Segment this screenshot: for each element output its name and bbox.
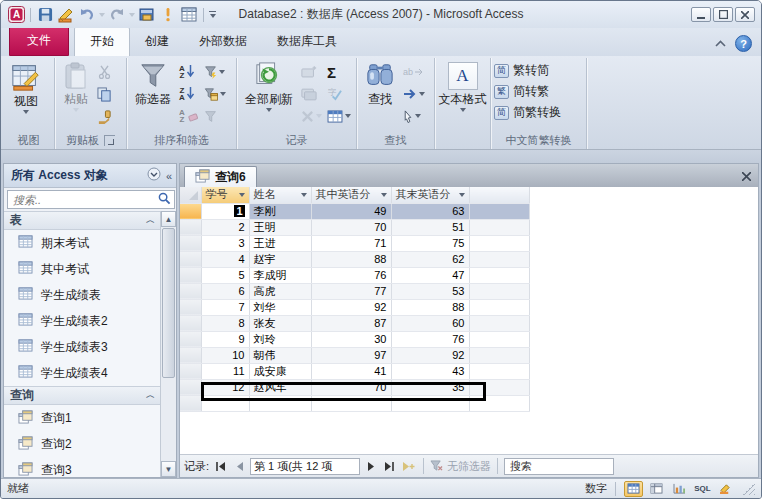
tab-database-tools[interactable]: 数据库工具 (262, 28, 352, 56)
replace-button[interactable]: ab (401, 62, 427, 82)
sort-ascending-button[interactable]: AZ (177, 62, 201, 82)
table-cell-empty[interactable] (469, 203, 529, 219)
table-cell[interactable]: 49 (311, 203, 391, 219)
object-tab-query6[interactable]: 查询6 (184, 166, 257, 187)
format-painter-button[interactable] (95, 106, 114, 126)
nav-item-查询2[interactable]: 查询2 (4, 431, 160, 457)
refresh-dropdown[interactable] (266, 108, 272, 112)
table-cell[interactable]: 51 (391, 219, 469, 235)
record-selector[interactable] (180, 267, 201, 283)
table-cell-empty[interactable] (469, 299, 529, 315)
nav-scrollbar[interactable]: ▲ ▼ (160, 211, 176, 477)
view-button[interactable]: 视图 (6, 60, 46, 114)
nav-item-学生成绩表2[interactable]: 学生成绩表2 (4, 308, 160, 334)
table-cell[interactable]: 30 (311, 331, 391, 347)
paste-dropdown[interactable] (73, 108, 79, 112)
record-selector[interactable] (180, 379, 201, 395)
record-selector[interactable] (180, 283, 201, 299)
table-cell-empty[interactable] (469, 267, 529, 283)
table-cell[interactable]: 97 (311, 347, 391, 363)
table-cell-empty[interactable] (469, 251, 529, 267)
traditional-to-simplified-button[interactable]: 简 繁转简 (494, 60, 549, 81)
table-cell[interactable]: 71 (311, 235, 391, 251)
record-search-input[interactable] (508, 459, 610, 473)
table-cell[interactable]: 35 (391, 379, 469, 395)
pivotchart-view-status-icon[interactable] (670, 481, 689, 497)
restore-button[interactable] (713, 7, 733, 22)
new-record-row[interactable] (180, 395, 538, 411)
table-cell[interactable]: 12 (201, 379, 249, 395)
table-cell[interactable]: 8 (201, 315, 249, 331)
table-cell-empty[interactable] (469, 283, 529, 299)
previous-record-icon[interactable] (231, 458, 247, 474)
table-cell[interactable]: 成安康 (249, 363, 311, 379)
nav-pane-menu-icon[interactable] (147, 167, 161, 184)
simplified-to-traditional-button[interactable]: 繁 简转繁 (494, 81, 549, 102)
tab-external-data[interactable]: 外部数据 (184, 28, 262, 56)
table-cell-empty[interactable] (469, 331, 529, 347)
table-cell[interactable]: 9 (201, 331, 249, 347)
datasheet-view-status-icon[interactable] (624, 481, 643, 497)
column-header-学号[interactable]: 学号 (201, 187, 249, 203)
table-cell[interactable]: 5 (201, 267, 249, 283)
new-record-button[interactable] (299, 62, 324, 82)
table-cell[interactable]: 10 (201, 347, 249, 363)
text-format-dropdown[interactable] (460, 108, 466, 112)
record-selector[interactable] (180, 315, 201, 331)
design-view-icon[interactable] (57, 6, 75, 24)
access-logo-icon[interactable]: A (7, 6, 25, 24)
goto-button[interactable] (401, 84, 427, 104)
scroll-thumb[interactable] (162, 228, 175, 378)
tab-create[interactable]: 创建 (130, 28, 184, 56)
record-selector[interactable] (180, 331, 201, 347)
table-cell[interactable]: 赵宇 (249, 251, 311, 267)
tab-file[interactable]: 文件 (9, 26, 69, 56)
table-cell[interactable]: 李成明 (249, 267, 311, 283)
table-cell-empty[interactable] (469, 315, 529, 331)
nav-section-header[interactable]: 查询︿ (4, 386, 160, 405)
next-record-icon[interactable] (363, 458, 379, 474)
switch-windows-icon[interactable] (138, 6, 156, 24)
first-record-icon[interactable] (212, 458, 228, 474)
record-selector[interactable] (180, 235, 201, 251)
sort-descending-button[interactable]: ZA (177, 84, 201, 104)
select-all-corner[interactable] (180, 187, 201, 203)
paste-button[interactable]: 粘贴 (58, 60, 94, 112)
scroll-down-icon[interactable]: ▼ (161, 461, 176, 477)
table-cell[interactable]: 88 (311, 251, 391, 267)
scroll-up-icon[interactable]: ▲ (161, 211, 176, 227)
table-cell[interactable]: 朝伟 (249, 347, 311, 363)
table-cell[interactable]: 92 (391, 347, 469, 363)
tab-home[interactable]: 开始 (74, 27, 130, 56)
toggle-filter-button[interactable] (202, 106, 228, 126)
nav-item-学生成绩表[interactable]: 学生成绩表 (4, 282, 160, 308)
table-cell-empty[interactable] (469, 379, 529, 395)
table-cell[interactable]: 王明 (249, 219, 311, 235)
table-cell[interactable]: 70 (311, 219, 391, 235)
table-cell[interactable]: 87 (311, 315, 391, 331)
resize-grip[interactable] (743, 483, 755, 495)
record-search-box[interactable] (504, 458, 614, 475)
spelling-button[interactable]: 字 (325, 84, 353, 104)
column-dropdown-icon[interactable] (381, 193, 387, 197)
convert-button[interactable]: 简 简繁转换 (494, 102, 561, 123)
select-button[interactable] (401, 106, 427, 126)
cut-button[interactable] (95, 62, 114, 82)
table-cell[interactable]: 李刚 (249, 203, 311, 219)
collapse-ribbon-icon[interactable] (712, 37, 728, 50)
record-selector[interactable] (180, 219, 201, 235)
nav-section-header[interactable]: 表︿ (4, 211, 160, 230)
table-cell[interactable]: 刘玲 (249, 331, 311, 347)
table-cell[interactable]: 高虎 (249, 283, 311, 299)
column-header-其中英语分[interactable]: 其中英语分 (311, 187, 391, 203)
table-cell[interactable]: 3 (201, 235, 249, 251)
new-record-icon[interactable] (401, 458, 417, 474)
table-cell[interactable]: 赵风车 (249, 379, 311, 395)
nav-pane-header[interactable]: 所有 Access 对象 « (4, 164, 176, 188)
find-button[interactable]: 查找 (360, 60, 400, 108)
table-cell[interactable]: 1 (201, 203, 249, 219)
table-cell[interactable]: 7 (201, 299, 249, 315)
advanced-filter-button[interactable] (202, 84, 228, 104)
more-button[interactable] (325, 106, 353, 126)
copy-button[interactable] (95, 84, 114, 104)
